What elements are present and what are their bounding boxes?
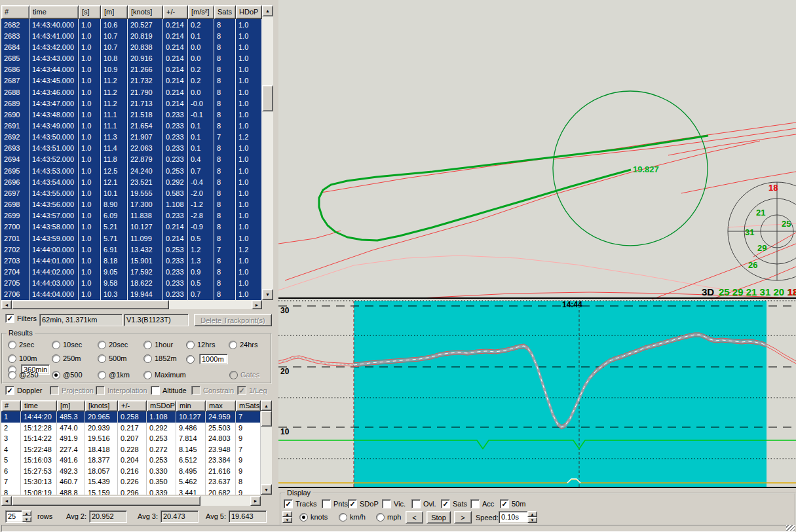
delete-trackpoints-button[interactable]: Delete Trackpoint(s) — [194, 314, 272, 326]
table-row[interactable]: 269314:43:51.0001.011.422.0630.2330.181.… — [1, 143, 262, 154]
resize-grip[interactable] — [786, 525, 795, 531]
trackpoint-table-vscrollbar[interactable]: ▲ ▼ — [262, 5, 273, 300]
checkbox-icon[interactable] — [382, 499, 391, 508]
radio-500[interactable]: @500 — [52, 370, 98, 379]
table-row[interactable]: 268914:43:47.0001.011.221.7130.214-0.081… — [1, 98, 262, 109]
checkbox-icon[interactable] — [322, 499, 331, 508]
table-row[interactable]: 269714:43:55.0001.010.119.5550.583-2.081… — [1, 187, 262, 199]
column-header[interactable]: +/- — [163, 5, 188, 19]
radio-icon[interactable] — [52, 371, 60, 379]
track-map[interactable]: 19.8271821253129263D25 29 21 31 20 1218 — [278, 0, 796, 299]
column-header[interactable]: # — [1, 400, 21, 411]
radio-250[interactable]: @250 — [8, 370, 52, 379]
column-header[interactable]: min — [176, 400, 206, 411]
radio-24hrs[interactable]: 24hrs — [229, 340, 258, 349]
table-row[interactable]: 315:14:22491.919.5160.2070.2537.81424.80… — [1, 433, 261, 444]
radio-icon[interactable] — [52, 341, 60, 349]
spin-up-icon[interactable]: ▲ — [527, 511, 537, 517]
radio-1hour[interactable]: 1hour — [143, 340, 186, 349]
scroll-down-icon[interactable]: ▼ — [262, 289, 273, 300]
hscroll-thumb[interactable] — [12, 496, 200, 506]
table-row[interactable]: 269414:43:52.0001.011.822.8790.2330.481.… — [1, 154, 262, 165]
option-value-field[interactable]: 1000m — [199, 354, 228, 364]
radio-icon[interactable] — [229, 341, 237, 349]
column-header[interactable]: HDoP — [236, 5, 262, 19]
table-row[interactable]: 269914:43:57.0001.06.0911.8380.233-2.881… — [1, 210, 262, 221]
speed-graph[interactable]: 30201014:44 — [278, 299, 796, 488]
radio-icon[interactable] — [52, 354, 60, 363]
radio-icon[interactable] — [98, 341, 106, 349]
table-row[interactable]: 415:22:48227.418.4180.2280.2728.14523.94… — [1, 444, 261, 455]
table-row[interactable]: 269614:43:54.0001.012.123.5210.292-0.481… — [1, 176, 262, 187]
checkbox-vic[interactable]: Vic. — [382, 499, 411, 508]
table-row[interactable]: 269814:43:56.0001.08.9017.3001.108-1.281… — [1, 199, 262, 210]
checkbox-sats[interactable]: ✓Sats — [441, 499, 470, 508]
rows-count-stepper[interactable]: ▲ ▼ — [22, 510, 31, 522]
table-row[interactable]: 270414:44:02.0001.09.0517.5920.2330.981.… — [1, 266, 262, 277]
radio-icon[interactable] — [143, 371, 152, 379]
checkbox-icon[interactable] — [411, 499, 421, 508]
checkbox-icon[interactable]: ✓ — [500, 499, 509, 508]
table-row[interactable]: 270314:44:01.0001.08.1815.9010.2331.381.… — [1, 255, 262, 266]
vscroll-thumb[interactable] — [262, 85, 273, 111]
spin-down-icon[interactable]: ▼ — [22, 516, 31, 522]
table-row[interactable]: 268614:43:44.0001.010.921.2660.2140.281.… — [1, 64, 262, 75]
table-row[interactable]: 215:12:28474.020.9390.2170.2929.48625.50… — [1, 423, 261, 434]
filter-version-field[interactable]: V1.3(B1123T) — [124, 314, 189, 326]
checkbox-doppler[interactable]: ✓Doppler — [5, 386, 50, 395]
table-row[interactable]: 269514:43:53.0001.012.524.2400.2530.781.… — [1, 165, 262, 176]
checkbox-icon[interactable] — [470, 499, 480, 508]
table-row[interactable]: 715:30:13460.715.4390.2260.3505.46223.63… — [1, 476, 261, 487]
table-row[interactable]: 270114:43:59.0001.05.7111.0990.2140.581.… — [1, 233, 262, 244]
spin-down-icon[interactable]: ▼ — [527, 517, 537, 523]
hscroll-thumb[interactable] — [12, 300, 169, 309]
radio-500m[interactable]: 500m — [98, 354, 143, 363]
table-row[interactable]: 268314:43:41.0001.010.720.8190.2140.181.… — [1, 30, 262, 41]
speed-step-stepper[interactable]: ▲ ▼ — [527, 511, 537, 523]
radio-100m[interactable]: 100m — [8, 354, 52, 363]
table-row[interactable]: 269214:43:50.0001.011.321.9070.2330.171.… — [1, 132, 262, 143]
results-table-vscrollbar[interactable]: ▲ ▼ — [261, 400, 272, 495]
scroll-right-icon[interactable]: ► — [250, 496, 261, 506]
radio-icon[interactable] — [376, 513, 385, 522]
spin-up-icon[interactable]: ▲ — [22, 510, 31, 516]
table-row[interactable]: 270514:44:03.0001.09.5818.6220.2330.581.… — [1, 278, 262, 289]
radio-12hrs[interactable]: 12hrs — [186, 340, 229, 349]
speed-step-field[interactable]: 0.10s — [499, 511, 529, 523]
graph-zoom-stepper[interactable]: ▲ ▼ — [282, 511, 292, 523]
radio-icon[interactable] — [143, 354, 152, 363]
column-header[interactable]: time — [29, 5, 79, 19]
table-row[interactable]: 615:27:53492.318.0570.2160.3308.49521.61… — [1, 466, 261, 477]
checkbox-ovl[interactable]: Ovl. — [411, 499, 441, 508]
filter-summary-field[interactable]: 62min, 31.371km — [39, 314, 123, 326]
step-back-button[interactable]: < — [406, 511, 423, 523]
step-forward-button[interactable]: > — [454, 511, 472, 523]
table-row[interactable]: 270614:44:04.0001.010.319.9440.2330.781.… — [1, 289, 262, 300]
scroll-down-icon[interactable]: ▼ — [261, 484, 272, 495]
table-row[interactable]: 268714:43:45.0001.011.221.7320.2140.281.… — [1, 75, 262, 86]
table-row[interactable]: 268414:43:42.0001.010.720.8380.2140.081.… — [1, 41, 262, 52]
column-header[interactable]: mSats — [236, 400, 261, 411]
column-header[interactable]: [m] — [57, 400, 85, 411]
table-row[interactable]: 815:08:19488.815.1590.2960.3393.44120.68… — [1, 487, 261, 495]
checkbox-icon[interactable]: ✓ — [5, 314, 14, 323]
column-header[interactable]: # — [1, 5, 29, 19]
checkbox-pnts[interactable]: Pnts — [322, 499, 348, 508]
spin-up-icon[interactable]: ▲ — [282, 511, 292, 517]
radio-1km[interactable]: @1km — [98, 370, 143, 379]
checkbox-icon[interactable] — [151, 386, 160, 395]
radio-2sec[interactable]: 2sec — [8, 340, 52, 349]
table-row[interactable]: 515:16:03491.618.3770.2040.2536.51223.38… — [1, 455, 261, 466]
checkbox-icon[interactable]: ✓ — [284, 499, 293, 508]
spin-down-icon[interactable]: ▼ — [282, 517, 292, 523]
radio-icon[interactable] — [299, 513, 308, 522]
scroll-up-icon[interactable]: ▲ — [261, 400, 272, 411]
radio-10sec[interactable]: 10sec — [52, 340, 98, 349]
table-row[interactable]: 270014:43:58.0001.05.2110.1270.214-0.981… — [1, 221, 262, 233]
column-header[interactable]: [m] — [101, 5, 128, 19]
column-header[interactable]: +/- — [118, 400, 147, 411]
radio-1852m[interactable]: 1852m — [143, 354, 186, 363]
table-row[interactable]: 268514:43:43.0001.010.820.9160.2140.081.… — [1, 52, 262, 64]
radio-icon[interactable] — [186, 341, 195, 349]
radio-20sec[interactable]: 20sec — [98, 340, 143, 349]
